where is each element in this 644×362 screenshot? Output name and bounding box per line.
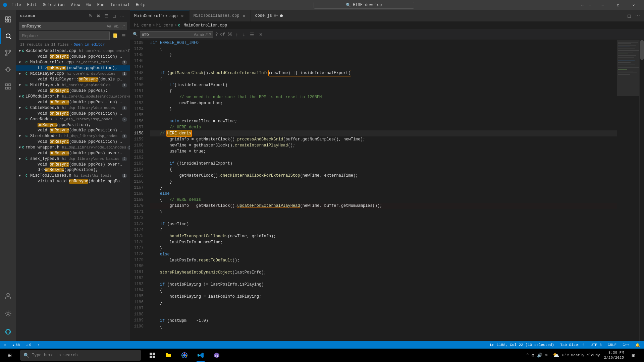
replace-input[interactable] bbox=[19, 32, 110, 40]
tray-expand[interactable]: ⌃ bbox=[526, 353, 529, 358]
tab-close-MiscToolClasses[interactable]: ✕ bbox=[241, 13, 247, 18]
menu-terminal[interactable]: Terminal bbox=[108, 3, 132, 7]
file-header-MiscToolClasses-h[interactable]: ▼ C MiscToolClasses.h hi_tools\hi_tools … bbox=[16, 173, 130, 179]
find-match-case-button[interactable]: Aa bbox=[194, 33, 198, 37]
activity-settings[interactable] bbox=[0, 306, 16, 322]
find-select-all-button[interactable]: ☰ bbox=[249, 31, 256, 38]
volume-icon[interactable]: 🔊 bbox=[537, 353, 542, 358]
scroll-thumb[interactable] bbox=[640, 40, 644, 60]
match-item[interactable]: void onResync(double ppqPosition) overri… bbox=[16, 54, 130, 59]
match-item[interactable]: void onResync(double ppqPos) override ✕ bbox=[16, 150, 130, 156]
file-header-StretchNode[interactable]: ▼ C StretchNode.h hi_dsp_library\dsp_nod… bbox=[16, 133, 130, 139]
activity-explorer[interactable] bbox=[0, 11, 16, 27]
more-actions-button[interactable]: ⋯ bbox=[119, 13, 126, 19]
tab-MainController[interactable]: MainController.cpp ✕ bbox=[130, 10, 190, 21]
menu-go[interactable]: Go bbox=[84, 3, 93, 7]
match-item[interactable]: d->onResync(ppqPosition); ✕ bbox=[16, 167, 130, 173]
activity-remote[interactable] bbox=[0, 324, 16, 340]
file-header-rnbo-wrapper[interactable]: ▼ C rnbo_wrapper.h hi_dsp_library\node_a… bbox=[16, 144, 130, 150]
language-indicator[interactable]: C++ bbox=[621, 343, 631, 347]
split-editor-button[interactable]: ◻ bbox=[626, 12, 633, 19]
file-header-MidiPlayer-h[interactable]: ▼ C MidiPlayer.h hi_core\hi_dsp\modules … bbox=[16, 82, 130, 88]
more-tabs-button[interactable]: ⋯ bbox=[634, 12, 641, 19]
menu-help[interactable]: Help bbox=[134, 3, 148, 7]
tab-size-indicator[interactable]: Tab Size: 4 bbox=[559, 343, 586, 347]
menu-selection[interactable]: Selection bbox=[41, 3, 67, 7]
taskbar-chrome[interactable] bbox=[176, 349, 193, 362]
find-close-button[interactable]: ✕ bbox=[259, 32, 263, 37]
remote-indicator[interactable]: ⬌ bbox=[3, 343, 8, 347]
match-item[interactable]: void onResync(double ppqPosition) overri… bbox=[16, 111, 130, 116]
line-endings-indicator[interactable]: CRLF bbox=[606, 343, 618, 347]
taskbar-vs[interactable]: VS bbox=[209, 349, 225, 362]
match-item[interactable]: virtual void onResync(double ppqPosition… bbox=[16, 179, 130, 184]
remote-sync-button[interactable]: ↑ bbox=[36, 343, 41, 347]
replace-all-button[interactable]: 📒 bbox=[111, 33, 119, 39]
notification-center-button[interactable]: ▣ bbox=[627, 349, 640, 362]
errors-indicator[interactable]: ⚠ 0 bbox=[24, 343, 33, 347]
file-header-MidiPlayer-cpp[interactable]: ▼ C MidiPlayer.cpp hi_core\hi_dsp\module… bbox=[16, 71, 130, 77]
encoding-indicator[interactable]: UTF-8 bbox=[589, 343, 603, 347]
clear-results-button[interactable]: ✖ bbox=[95, 13, 102, 19]
taskbar-vscode[interactable] bbox=[193, 349, 209, 362]
minimize-button[interactable]: ― bbox=[595, 0, 610, 10]
network-icon[interactable]: ⚙ bbox=[532, 353, 534, 358]
nav-back[interactable]: ← bbox=[580, 2, 585, 8]
match-item[interactable]: void onResync(double ppqPosition) overri… bbox=[16, 128, 130, 133]
match-item[interactable]: void onResync(double ppqPos); ✕ bbox=[16, 88, 130, 94]
tab-close-MainController[interactable]: ✕ bbox=[180, 13, 185, 19]
file-header-MainController[interactable]: ▼ C MainController.cpp hi_core\hi_core 1 bbox=[16, 59, 130, 65]
nav-forward[interactable]: → bbox=[588, 2, 592, 8]
refresh-results-button[interactable]: ↻ bbox=[88, 13, 94, 19]
breadcrumb-hi-core-1[interactable]: hi_core bbox=[134, 23, 151, 28]
file-header-CableNodes[interactable]: ▼ C CableNodes.h hi_dsp_library\dsp_node… bbox=[16, 105, 130, 111]
activity-account[interactable] bbox=[0, 288, 16, 304]
close-button[interactable]: ✕ bbox=[626, 0, 641, 10]
start-button[interactable]: ⊞ bbox=[1, 349, 18, 362]
tab-codejs[interactable]: code.js 9+ bbox=[251, 10, 291, 21]
match-item[interactable]: void onResync(double ppqPosition) overri… bbox=[16, 139, 130, 144]
match-item[interactable]: void onResync(double ppqPosition) overri… bbox=[16, 100, 130, 105]
match-case-button[interactable]: Aa bbox=[106, 24, 112, 28]
weather-area[interactable]: ⛅ 0°C Mostly cloudy bbox=[551, 352, 601, 359]
menu-edit[interactable]: Edit bbox=[25, 3, 39, 7]
breadcrumb-hi-core-2[interactable]: hi_core bbox=[156, 23, 173, 28]
taskbar-explorer[interactable] bbox=[160, 349, 176, 362]
open-in-editor-link[interactable]: Open in editor bbox=[74, 43, 105, 47]
code-content[interactable]: #if ENABLE_HOST_INFO { } if (getMasterCl… bbox=[148, 40, 617, 341]
git-branch-indicator[interactable]: ✦ 68 bbox=[11, 343, 21, 347]
file-header-BackendPanelTypes[interactable]: ▼ C BackendPanelTypes.cpp hi_core\hi_com… bbox=[16, 48, 130, 54]
match-item[interactable]: void MidiPlayer::onResync(double ppqPos)… bbox=[16, 77, 130, 82]
cursor-position[interactable]: Ln 1158, Col 22 (10 selected) bbox=[489, 343, 555, 347]
file-header-LFOModulator[interactable]: ▼ C LFOModulator.h hi_core\hi_modules\mo… bbox=[16, 94, 130, 100]
match-item[interactable]: void onResync(double ppqPos) override ✕ bbox=[16, 162, 130, 167]
toggle-match-button[interactable]: ☰ bbox=[103, 13, 110, 19]
keyboard-icon[interactable]: ⌨ bbox=[545, 353, 548, 358]
taskview-button[interactable] bbox=[144, 349, 160, 362]
tab-MiscToolClasses[interactable]: MiscToolClasses.cpp ✕ bbox=[190, 10, 251, 21]
activity-extensions[interactable] bbox=[0, 78, 16, 95]
match-item[interactable]: onResync(ppqPosition); ✕ bbox=[16, 122, 130, 128]
find-input[interactable] bbox=[142, 32, 193, 37]
file-header-CoreNodes[interactable]: ▼ C CoreNodes.h hi_dsp_library\dsp_nodes… bbox=[16, 116, 130, 122]
find-preserve-case-button[interactable]: ? bbox=[209, 33, 211, 37]
maximize-button[interactable]: ◻ bbox=[610, 0, 626, 10]
new-editor-button[interactable]: ◻ bbox=[111, 13, 117, 19]
menu-file[interactable]: File bbox=[9, 3, 23, 7]
find-prev-button[interactable]: ↑ bbox=[234, 31, 239, 38]
replace-in-files-button[interactable]: ☰ bbox=[120, 33, 127, 39]
menu-view[interactable]: View bbox=[68, 3, 82, 7]
menu-run[interactable]: Run bbox=[95, 3, 107, 7]
find-regex-button[interactable]: .* bbox=[205, 33, 208, 37]
find-match-word-button[interactable]: ab bbox=[200, 33, 204, 37]
activity-source-control[interactable] bbox=[0, 45, 16, 61]
match-item-active[interactable]: tl->onResync(newPos.ppqPosition); ✕ bbox=[16, 65, 130, 71]
match-word-button[interactable]: ab. bbox=[113, 24, 120, 28]
taskbar-search-box[interactable]: 🔍 Type here to search bbox=[20, 350, 141, 361]
file-header-snex-Types[interactable]: ▼ C snex_Types.h hi_dsp_library\snex_bas… bbox=[16, 156, 130, 162]
use-regex-button[interactable]: .* bbox=[121, 24, 126, 28]
notifications-button[interactable]: 🔔 bbox=[634, 343, 641, 347]
breadcrumb-MainController[interactable]: C MainController.cpp bbox=[178, 23, 227, 28]
activity-search[interactable] bbox=[0, 28, 16, 44]
editor-scrollbar[interactable] bbox=[639, 40, 644, 341]
